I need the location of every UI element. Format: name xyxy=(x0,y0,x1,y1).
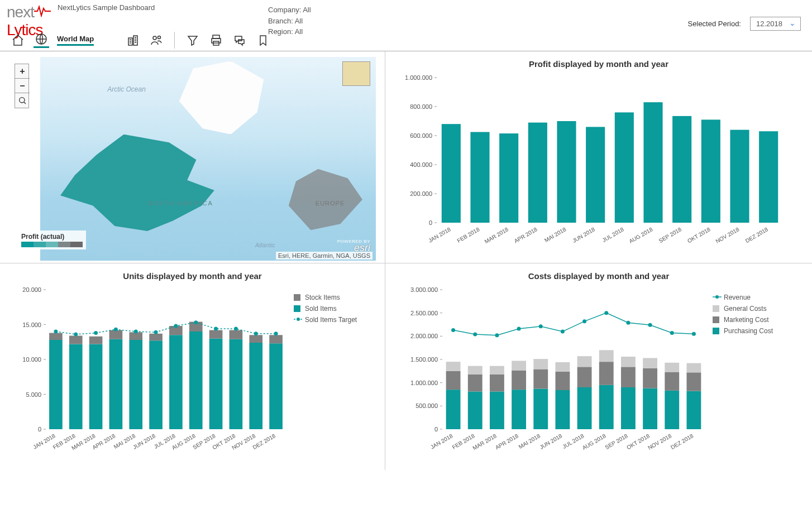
svg-text:NOV 2018: NOV 2018 xyxy=(647,433,672,451)
svg-rect-75 xyxy=(249,343,262,429)
map-label-atlantic: Atlantic xyxy=(255,242,275,248)
home-icon[interactable] xyxy=(10,32,26,48)
print-icon[interactable] xyxy=(208,32,224,48)
chart-costs[interactable]: 0500.0001.000.0001.500.0002.000.0002.500… xyxy=(392,284,794,463)
svg-text:Sold Items: Sold Items xyxy=(305,305,337,313)
svg-text:2.500.000: 2.500.000 xyxy=(410,310,438,316)
svg-rect-131 xyxy=(490,374,504,392)
zoom-home-button[interactable] xyxy=(15,93,30,108)
svg-rect-124 xyxy=(446,390,461,429)
svg-rect-129 xyxy=(468,366,483,374)
chat-icon[interactable] xyxy=(232,32,247,48)
svg-rect-62 xyxy=(109,330,123,339)
svg-rect-65 xyxy=(149,340,163,429)
svg-point-185 xyxy=(715,295,719,299)
svg-text:APR 2018: APR 2018 xyxy=(513,226,538,244)
logo-next: next xyxy=(7,3,34,21)
svg-rect-139 xyxy=(555,390,570,429)
globe-icon[interactable] xyxy=(34,32,49,48)
svg-rect-5 xyxy=(213,35,219,39)
svg-point-8 xyxy=(20,98,25,103)
svg-text:SEP 2018: SEP 2018 xyxy=(658,226,683,244)
chart-units[interactable]: 05.00010.00015.00020.000JAN 2018FEB 2018… xyxy=(7,284,375,463)
svg-rect-78 xyxy=(269,335,283,343)
svg-rect-29 xyxy=(672,116,691,223)
svg-text:Sold Items Target: Sold Items Target xyxy=(305,316,357,324)
filter-icon[interactable] xyxy=(185,32,200,48)
svg-text:Stock Items: Stock Items xyxy=(305,294,340,301)
svg-text:Purchasing Cost: Purchasing Cost xyxy=(724,327,773,335)
svg-text:3.000.000: 3.000.000 xyxy=(410,286,438,293)
svg-rect-133 xyxy=(512,390,526,429)
map-label-na: NORTH AMERICA xyxy=(147,200,213,207)
map-legend-ramp xyxy=(21,242,83,247)
dashboard-body: + − Arctic Ocean NORTH AMERICA EUROPE At… xyxy=(0,51,812,470)
zoom-in-button[interactable]: + xyxy=(15,64,30,79)
svg-rect-58 xyxy=(69,336,83,344)
svg-rect-61 xyxy=(109,339,123,429)
svg-text:DEZ 2018: DEZ 2018 xyxy=(744,226,770,244)
filter-company: Company: All xyxy=(268,4,311,16)
svg-rect-105 xyxy=(294,305,300,312)
svg-rect-25 xyxy=(557,121,576,223)
svg-text:OKT 2018: OKT 2018 xyxy=(686,226,711,244)
svg-rect-28 xyxy=(643,102,662,223)
map-region-north-america[interactable] xyxy=(60,135,242,237)
svg-text:20.000: 20.000 xyxy=(22,286,41,293)
map-attribution: Esri, HERE, Garmin, NGA, USGS xyxy=(276,252,372,260)
svg-text:General Costs: General Costs xyxy=(724,305,767,313)
svg-rect-156 xyxy=(665,363,679,372)
panel-costs: Costs displayed by month and year 0500.0… xyxy=(385,263,812,470)
global-filters: Company: All Branch: All Region: All xyxy=(268,4,311,37)
svg-text:0: 0 xyxy=(434,426,438,433)
svg-rect-130 xyxy=(490,392,504,430)
svg-text:APR 2018: APR 2018 xyxy=(91,433,116,451)
svg-rect-138 xyxy=(533,359,548,369)
svg-text:JUN 2018: JUN 2018 xyxy=(571,226,596,244)
svg-text:200.000: 200.000 xyxy=(410,190,432,197)
svg-text:NOV 2018: NOV 2018 xyxy=(715,226,741,244)
svg-rect-137 xyxy=(533,369,548,389)
svg-rect-31 xyxy=(730,130,749,223)
chart-profit[interactable]: 0200.000400.000600.000800.0001.000.000JA… xyxy=(392,72,794,256)
svg-rect-55 xyxy=(49,340,63,429)
period-selector: Selected Period: 12.2018 xyxy=(688,17,801,31)
svg-rect-77 xyxy=(269,343,283,429)
svg-rect-157 xyxy=(686,391,701,429)
svg-text:MAR 2018: MAR 2018 xyxy=(484,226,510,244)
toolbar-separator xyxy=(174,32,175,49)
svg-text:400.000: 400.000 xyxy=(410,161,432,168)
svg-rect-148 xyxy=(621,387,636,429)
tab-world-map[interactable]: World Map xyxy=(57,35,94,46)
svg-rect-71 xyxy=(209,339,223,430)
svg-rect-151 xyxy=(643,388,657,429)
svg-rect-26 xyxy=(586,127,605,223)
svg-text:AUG 2018: AUG 2018 xyxy=(628,226,654,244)
svg-rect-140 xyxy=(555,372,570,390)
main-toolbar: World Map xyxy=(10,32,271,49)
svg-rect-189 xyxy=(713,316,719,323)
svg-text:AUG 2018: AUG 2018 xyxy=(581,433,607,451)
people-icon[interactable] xyxy=(149,32,164,48)
svg-text:600.000: 600.000 xyxy=(410,132,432,139)
map-label-arctic: Arctic Ocean xyxy=(107,85,146,93)
zoom-out-button[interactable]: − xyxy=(15,79,30,93)
world-map-canvas[interactable]: Arctic Ocean NORTH AMERICA EUROPE Atlant… xyxy=(40,57,376,261)
svg-point-3 xyxy=(153,36,156,40)
svg-rect-154 xyxy=(665,391,679,429)
map-minimap[interactable] xyxy=(342,61,370,86)
svg-rect-149 xyxy=(621,367,636,387)
panel-profit: Profit displayed by month and year 0200.… xyxy=(385,51,812,263)
svg-rect-60 xyxy=(89,337,103,344)
svg-text:JUN 2018: JUN 2018 xyxy=(132,433,156,450)
svg-rect-143 xyxy=(577,367,592,387)
svg-rect-76 xyxy=(249,335,262,343)
svg-rect-191 xyxy=(713,328,719,334)
bookmark-icon[interactable] xyxy=(255,32,271,48)
svg-text:Marketing Cost: Marketing Cost xyxy=(724,316,769,324)
period-dropdown[interactable]: 12.2018 xyxy=(750,17,801,31)
svg-text:JAN 2018: JAN 2018 xyxy=(427,226,452,244)
buildings-icon[interactable] xyxy=(125,32,141,48)
svg-rect-73 xyxy=(230,339,243,429)
svg-text:MAR 2018: MAR 2018 xyxy=(471,433,498,451)
